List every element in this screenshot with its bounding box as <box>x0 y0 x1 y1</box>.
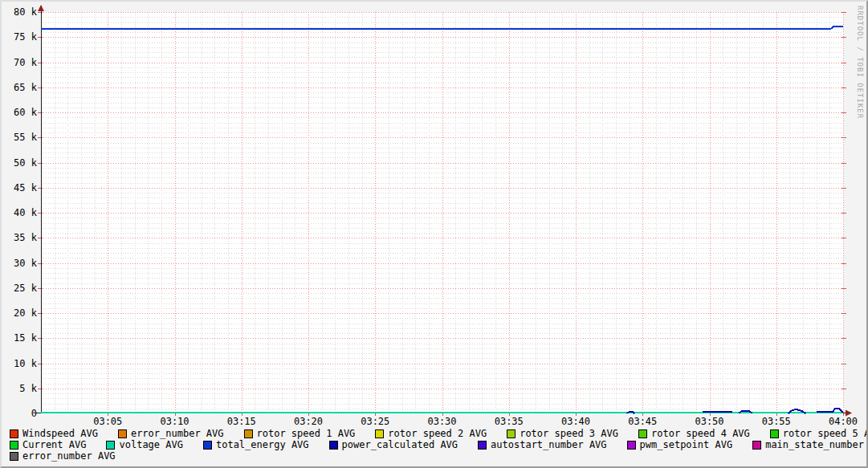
legend-item: pwm_setpoint AVG <box>627 439 733 450</box>
x-tick-label: 04:00 <box>821 417 866 427</box>
legend-label: rotor speed 1 AVG <box>257 428 356 439</box>
legend-swatch <box>638 429 647 438</box>
legend-swatch <box>244 429 253 438</box>
legend-label: rotor speed 2 AVG <box>388 428 487 439</box>
y-tick-label: 0 <box>6 408 37 419</box>
legend-swatch <box>106 441 115 450</box>
legend-label: total_energy AVG <box>216 439 309 450</box>
legend-label: rotor speed 3 AVG <box>520 428 618 439</box>
legend-label: Current AVG <box>22 439 86 450</box>
y-tick-label: 80 k <box>6 6 37 18</box>
y-tick-label: 70 k <box>6 57 37 68</box>
legend-label: rotor speed 4 AVG <box>651 428 750 439</box>
legend-swatch <box>10 429 18 438</box>
legend-label: main_state_number AVG <box>765 439 868 450</box>
legend-row: Current AVGvoltage AVGtotal_energy AVGpo… <box>10 439 862 450</box>
x-tick-label: 03:55 <box>754 417 799 427</box>
y-tick-label: 20 k <box>6 307 37 319</box>
y-tick-label: 55 k <box>6 132 37 143</box>
x-tick-label: 03:15 <box>219 417 264 427</box>
legend-row: Windspeed AVGerror_number AVGrotor speed… <box>10 428 862 439</box>
legend-item: error_number AVG <box>118 428 224 439</box>
legend-item: rotor speed 3 AVG <box>507 428 618 439</box>
x-tick-label: 03:50 <box>687 417 732 427</box>
legend-label: power_calculated AVG <box>342 439 458 450</box>
legend-swatch <box>507 429 516 438</box>
y-tick-label: 5 k <box>6 383 37 394</box>
legend-item: total_energy AVG <box>203 439 309 450</box>
legend-item: autostart_number AVG <box>478 439 607 450</box>
watermark-text: RRDTOOL / TOBI OETIKER <box>856 6 864 119</box>
legend-item: error_number AVG <box>10 450 116 462</box>
y-tick-label: 35 k <box>6 232 37 243</box>
legend-item: main_state_number AVG <box>752 439 868 450</box>
legend-swatch <box>10 441 18 450</box>
y-tick-label: 50 k <box>6 157 37 169</box>
y-tick-label: 75 k <box>6 31 37 43</box>
x-tick-label: 03:45 <box>620 417 665 427</box>
legend-item: rotor speed 2 AVG <box>375 428 487 439</box>
y-tick-label: 10 k <box>6 358 37 369</box>
y-axis-arrow <box>38 5 44 11</box>
x-tick-label: 03:05 <box>85 417 130 427</box>
x-tick-label: 03:10 <box>153 417 198 427</box>
plot-svg <box>41 12 843 413</box>
legend-swatch <box>478 441 487 450</box>
legend-label: autostart_number AVG <box>491 439 607 450</box>
legend-swatch <box>203 441 212 450</box>
legend-swatch <box>752 441 761 450</box>
x-tick-label: 03:35 <box>487 417 532 427</box>
legend-label: error_number AVG <box>131 428 224 439</box>
y-tick-label: 65 k <box>6 82 37 93</box>
legend-label: voltage AVG <box>119 439 182 450</box>
legend-item: rotor speed 4 AVG <box>638 428 750 439</box>
legend-swatch <box>118 429 127 438</box>
x-tick-label: 03:40 <box>553 417 598 427</box>
y-tick-label: 30 k <box>6 258 37 269</box>
legend-swatch <box>375 429 384 438</box>
legend-item: voltage AVG <box>106 439 182 450</box>
legend-swatch <box>770 429 779 438</box>
axes <box>35 5 852 417</box>
y-tick-label: 45 k <box>6 182 37 193</box>
legend-swatch <box>10 452 18 461</box>
legend-item: power_calculated AVG <box>329 439 458 450</box>
x-tick-label: 03:25 <box>352 417 397 427</box>
legend-label: Windspeed AVG <box>22 428 98 439</box>
y-tick-label: 25 k <box>6 283 37 294</box>
x-tick-label: 03:20 <box>286 417 331 427</box>
y-tick-label: 15 k <box>6 332 37 344</box>
chart-canvas <box>41 12 843 413</box>
legend-label: pwm_setpoint AVG <box>640 439 733 450</box>
legend-item: rotor speed 5 AVG <box>770 428 868 439</box>
y-tick-label: 60 k <box>6 107 37 118</box>
legend-item: Windspeed AVG <box>10 428 98 439</box>
rrdtool-graph: 05 k10 k15 k20 k25 k30 k35 k40 k45 k50 k… <box>0 0 868 468</box>
legend-item: rotor speed 1 AVG <box>244 428 356 439</box>
y-tick-label: 40 k <box>6 207 37 218</box>
legend-item: Current AVG <box>10 439 86 450</box>
legend-swatch <box>627 441 636 450</box>
x-tick-label: 03:30 <box>420 417 465 427</box>
legend-label: rotor speed 5 AVG <box>783 428 868 439</box>
legend: Windspeed AVGerror_number AVGrotor speed… <box>10 428 862 462</box>
legend-swatch <box>329 441 338 450</box>
legend-label: error_number AVG <box>22 450 116 462</box>
legend-row: error_number AVG <box>10 450 862 462</box>
